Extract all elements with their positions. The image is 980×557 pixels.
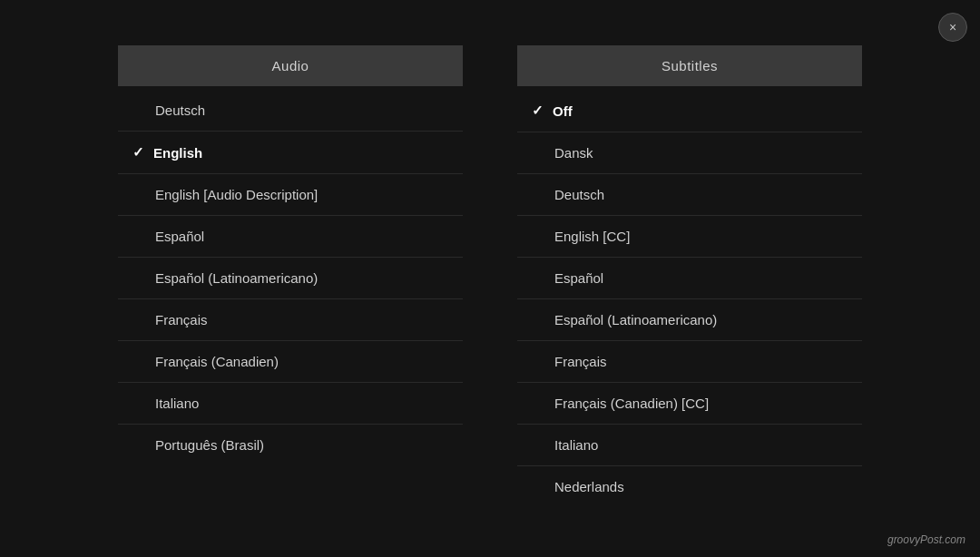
checkmark-icon: ✓ — [532, 103, 544, 119]
subtitles-item-label: Deutsch — [554, 187, 604, 202]
audio-item-label: Deutsch — [155, 103, 205, 118]
subtitles-item-label: Off — [553, 103, 573, 119]
subtitles-item-label: Français (Canadien) [CC] — [554, 396, 709, 411]
subtitles-panel-list: ✓OffDanskDeutschEnglish [CC]EspañolEspañ… — [517, 90, 862, 507]
main-container: Audio Deutsch✓EnglishEnglish [Audio Desc… — [0, 0, 980, 557]
audio-panel: Audio Deutsch✓EnglishEnglish [Audio Desc… — [118, 45, 463, 530]
subtitles-panel-header: Subtitles — [517, 45, 862, 86]
audio-item-label: English — [153, 145, 202, 161]
subtitles-list-item[interactable]: ✓Off — [517, 90, 862, 132]
subtitles-list-item[interactable]: Español — [517, 258, 862, 299]
audio-item-label: Español (Latinoamericano) — [155, 270, 318, 286]
subtitles-list-item[interactable]: Español (Latinoamericano) — [517, 299, 862, 341]
subtitles-list-item[interactable]: Français — [517, 341, 862, 383]
subtitles-item-label: Español — [554, 270, 603, 286]
audio-item-label: Français — [155, 312, 208, 327]
watermark: groovyPost.com — [887, 533, 965, 546]
subtitles-list-item[interactable]: Italiano — [517, 425, 862, 466]
audio-panel-header: Audio — [118, 45, 463, 86]
subtitles-item-label: Español (Latinoamericano) — [554, 312, 717, 327]
subtitles-list-item[interactable]: Nederlands — [517, 466, 862, 507]
subtitles-item-label: English [CC] — [554, 229, 630, 244]
audio-item-label: Italiano — [155, 396, 199, 411]
audio-item-label: Français (Canadien) — [155, 354, 279, 369]
audio-list-item[interactable]: Deutsch — [118, 90, 463, 132]
audio-panel-list: Deutsch✓EnglishEnglish [Audio Descriptio… — [118, 90, 463, 465]
audio-item-label: Español — [155, 229, 204, 244]
close-icon: × — [949, 20, 956, 34]
audio-list-item[interactable]: Italiano — [118, 383, 463, 425]
audio-item-label: Português (Brasil) — [155, 437, 264, 453]
subtitles-item-label: Dansk — [554, 145, 593, 161]
audio-list-item[interactable]: Español — [118, 216, 463, 258]
subtitles-list-item[interactable]: Dansk — [517, 132, 862, 174]
audio-list-item[interactable]: English [Audio Description] — [118, 174, 463, 216]
subtitles-list-item[interactable]: Français (Canadien) [CC] — [517, 383, 862, 425]
close-button[interactable]: × — [938, 13, 967, 42]
audio-list-item[interactable]: Français (Canadien) — [118, 341, 463, 383]
audio-list-item[interactable]: ✓English — [118, 132, 463, 174]
subtitles-item-label: Français — [554, 354, 607, 369]
subtitles-item-label: Nederlands — [554, 479, 624, 494]
subtitles-list-item[interactable]: Deutsch — [517, 174, 862, 216]
audio-list-item[interactable]: Português (Brasil) — [118, 425, 463, 465]
subtitles-list-item[interactable]: English [CC] — [517, 216, 862, 258]
audio-item-label: English [Audio Description] — [155, 187, 318, 202]
audio-list-item[interactable]: Français — [118, 299, 463, 341]
subtitles-item-label: Italiano — [554, 437, 598, 453]
audio-list-item[interactable]: Español (Latinoamericano) — [118, 258, 463, 299]
checkmark-icon: ✓ — [132, 144, 144, 161]
subtitles-panel: Subtitles ✓OffDanskDeutschEnglish [CC]Es… — [517, 45, 862, 530]
